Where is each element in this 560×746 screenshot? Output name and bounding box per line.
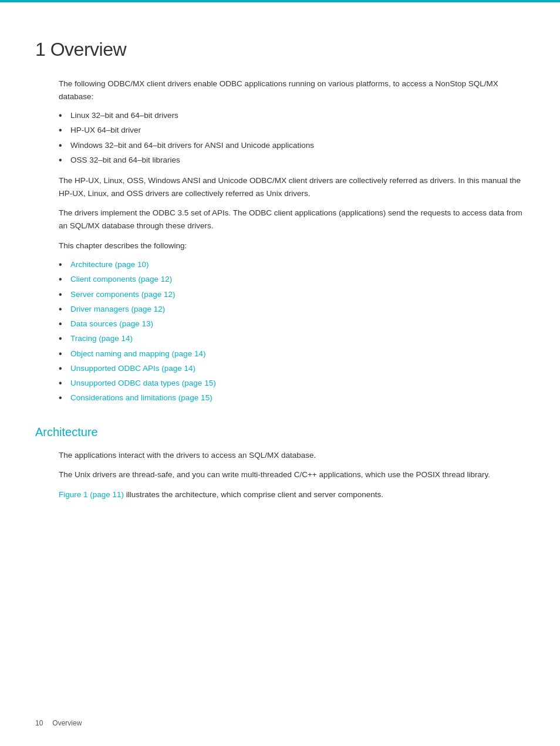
arch-paragraph-3-suffix: illustrates the architecture, which comp… (124, 490, 383, 499)
intro-paragraph-2: The HP-UX, Linux, OSS, Windows ANSI and … (59, 174, 525, 200)
architecture-section: The applications interact with the drive… (59, 449, 525, 501)
toc-link-architecture[interactable]: Architecture (page 10) (70, 260, 149, 269)
intro-paragraph-4: This chapter describes the following: (59, 239, 525, 252)
chapter-number: 1 (35, 39, 45, 60)
arch-paragraph-1: The applications interact with the drive… (59, 449, 525, 462)
footer-section-name: Overview (52, 718, 82, 728)
list-item: Windows 32–bit and 64–bit drivers for AN… (59, 140, 525, 151)
list-item: Driver managers (page 12) (59, 303, 525, 315)
intro-paragraph-3: The drivers implement the ODBC 3.5 set o… (59, 207, 525, 232)
list-item: Data sources (page 13) (59, 318, 525, 330)
list-item: OSS 32–bit and 64–bit libraries (59, 154, 525, 166)
toc-link-unsupported-apis[interactable]: Unsupported ODBC APIs (page 14) (70, 364, 195, 373)
list-item: Linux 32–bit and 64–bit drivers (59, 110, 525, 121)
list-item: HP-UX 64–bit driver (59, 124, 525, 136)
list-item: Considerations and limitations (page 15) (59, 392, 525, 404)
intro-section: The following ODBC/MX client drivers ena… (59, 77, 525, 404)
arch-paragraph-2: The Unix drivers are thread-safe, and yo… (59, 468, 525, 481)
list-item: Unsupported ODBC data types (page 15) (59, 377, 525, 389)
list-item: Object naming and mapping (page 14) (59, 348, 525, 360)
toc-list: Architecture (page 10) Client components… (59, 259, 525, 404)
driver-list: Linux 32–bit and 64–bit drivers HP-UX 64… (59, 110, 525, 166)
list-item: Unsupported ODBC APIs (page 14) (59, 363, 525, 374)
toc-link-data-sources[interactable]: Data sources (page 13) (70, 319, 153, 328)
toc-link-considerations[interactable]: Considerations and limitations (page 15) (70, 393, 212, 402)
figure-1-link[interactable]: Figure 1 (page 11) (59, 490, 124, 499)
page-footer: 10 Overview (35, 718, 525, 728)
architecture-heading: Architecture (35, 423, 525, 441)
list-item: Server components (page 12) (59, 289, 525, 301)
footer-page-number: 10 (35, 718, 43, 728)
chapter-title: 1 Overview (35, 35, 525, 63)
toc-link-driver-managers[interactable]: Driver managers (page 12) (70, 305, 165, 313)
intro-paragraph-1: The following ODBC/MX client drivers ena… (59, 77, 525, 103)
arch-paragraph-3: Figure 1 (page 11) illustrates the archi… (59, 488, 525, 501)
toc-link-tracing[interactable]: Tracing (page 14) (70, 334, 133, 343)
top-border-decoration (0, 0, 560, 2)
list-item: Tracing (page 14) (59, 333, 525, 345)
chapter-title-text: Overview (50, 39, 126, 60)
toc-link-server-components[interactable]: Server components (page 12) (70, 290, 176, 299)
list-item: Architecture (page 10) (59, 259, 525, 271)
toc-link-unsupported-data-types[interactable]: Unsupported ODBC data types (page 15) (70, 379, 216, 387)
toc-link-object-naming[interactable]: Object naming and mapping (page 14) (70, 349, 205, 358)
page: 1 Overview The following ODBC/MX client … (0, 0, 560, 746)
list-item: Client components (page 12) (59, 274, 525, 285)
toc-link-client-components[interactable]: Client components (page 12) (70, 275, 172, 283)
